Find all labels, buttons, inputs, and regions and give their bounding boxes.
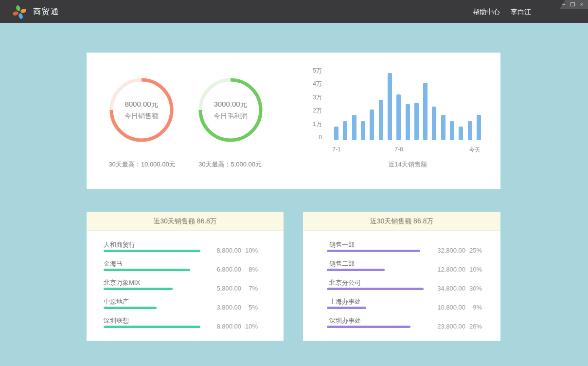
app-window: 商贸通 帮助中心 李白江 × 8000.00元 今日销售额 30天最高：10,0… (0, 0, 588, 366)
item-percent: 7% (241, 285, 258, 292)
item-bar (104, 288, 173, 290)
x-axis-label-mid: 7-8 (392, 146, 406, 153)
department-card-title: 近30天销售额 86.8万 (303, 212, 500, 231)
item-name: 销售一部 (329, 240, 355, 249)
customer-rank-list: 人和商贸行 8,800.00 10% 金海马 6,800.00 8% 北京万象M… (104, 231, 258, 330)
username-menu[interactable]: 李白江 (511, 8, 531, 17)
customer-sales-card: 近30天销售额 86.8万 人和商贸行 8,800.00 10% 金海马 6,8… (87, 212, 284, 341)
list-item: 销售一部 32,800.00 25% (327, 236, 482, 255)
item-bar (104, 250, 200, 252)
today-sales-label: 今日销售额 (125, 112, 159, 121)
item-name: 中原地产 (104, 297, 129, 306)
item-amount: 5,800.00 (216, 285, 241, 292)
bar (334, 127, 339, 140)
list-item: 上海办事处 10,800.00 9% (327, 293, 482, 311)
app-title: 商贸通 (33, 7, 59, 17)
titlebar-menu: 帮助中心 李白江 (473, 8, 531, 17)
item-name: 北京分公司 (329, 278, 361, 287)
item-value: 23,800.00 26% (437, 323, 482, 330)
item-percent: 30% (465, 285, 482, 292)
close-button[interactable]: × (579, 2, 584, 7)
item-amount: 10,800.00 (437, 304, 465, 311)
y-axis-tick: 5万 (278, 67, 322, 74)
item-percent: 5% (241, 304, 258, 311)
donut-center-text: 8000.00元 今日销售额 (109, 78, 174, 142)
today-sales-donut: 8000.00元 今日销售额 (109, 78, 174, 142)
item-value: 32,800.00 25% (437, 247, 482, 254)
item-value: 6,800.00 8% (216, 266, 258, 273)
sales-30d-max: 30天最高：10,000.00元 (93, 160, 191, 169)
bar (361, 121, 365, 140)
item-bar (327, 269, 385, 271)
y-axis-tick: 3万 (278, 93, 322, 101)
item-name: 深圳办事处 (329, 316, 361, 325)
item-bar (104, 326, 200, 328)
titlebar: 商贸通 帮助中心 李白江 × (0, 0, 588, 23)
x-axis-label-today: 今天 (467, 146, 481, 154)
item-amount: 12,800.00 (437, 266, 465, 273)
item-amount: 8,800.00 (216, 247, 241, 254)
bar (388, 73, 392, 140)
item-amount: 34,800.00 (437, 285, 465, 292)
bar (396, 94, 401, 140)
item-name: 金海马 (104, 259, 123, 268)
item-value: 3,800.00 5% (216, 304, 258, 311)
window-controls: × (560, 0, 588, 9)
x-axis-label-start: 7-1 (330, 146, 343, 153)
bar (423, 83, 428, 140)
y-axis-tick: 2万 (278, 107, 322, 114)
bar (468, 121, 472, 140)
item-value: 5,800.00 7% (216, 285, 258, 292)
item-amount: 6,800.00 (216, 266, 241, 273)
today-profit-value: 3000.00元 (214, 100, 247, 109)
today-profit-donut: 3000.00元 今日毛利润 (198, 78, 263, 142)
list-item: 中原地产 3,800.00 5% (104, 293, 258, 311)
item-percent: 10% (465, 266, 482, 273)
item-value: 34,800.00 30% (437, 285, 482, 292)
list-item: 金海马 6,800.00 8% (104, 255, 258, 274)
item-amount: 23,800.00 (437, 323, 465, 330)
maximize-icon (570, 2, 575, 6)
list-item: 北京分公司 34,800.00 30% (327, 274, 482, 293)
item-percent: 10% (241, 323, 258, 330)
list-item: 深圳联想 8,800.00 10% (104, 311, 258, 330)
list-item: 人和商贸行 8,800.00 10% (104, 236, 258, 255)
item-value: 8,800.00 10% (216, 323, 258, 330)
y-axis-tick: 0 (278, 133, 322, 141)
item-percent: 9% (465, 304, 482, 311)
item-name: 深圳联想 (104, 316, 129, 325)
minimize-button[interactable] (561, 2, 566, 7)
item-bar (327, 307, 366, 309)
bar (406, 104, 410, 140)
item-amount: 3,800.00 (216, 304, 241, 311)
donut-center-text: 3000.00元 今日毛利润 (198, 78, 263, 142)
profit-30d-max: 30天最高：5,000.00元 (181, 160, 279, 169)
close-icon: × (580, 2, 583, 7)
bar-chart-bars (334, 67, 481, 140)
item-amount: 8,800.00 (216, 323, 241, 330)
bar-chart-caption: 近14天销售额 (359, 160, 456, 169)
bar (477, 115, 481, 140)
item-bar (327, 326, 410, 328)
today-profit-label: 今日毛利润 (214, 112, 248, 121)
item-amount: 32,800.00 (437, 247, 465, 254)
bar (441, 115, 445, 140)
item-bar (327, 250, 420, 252)
item-percent: 8% (241, 266, 258, 273)
item-name: 北京万象MIX (104, 278, 140, 287)
item-name: 上海办事处 (329, 297, 361, 306)
bar (432, 107, 436, 140)
bar (352, 115, 356, 140)
department-sales-card: 近30天销售额 86.8万 销售一部 32,800.00 25% 销售二部 12… (303, 212, 500, 341)
y-axis-tick: 4万 (278, 80, 322, 88)
bar (450, 121, 454, 140)
bar (414, 103, 419, 140)
item-bar (104, 307, 157, 309)
maximize-button[interactable] (570, 2, 575, 7)
help-center-link[interactable]: 帮助中心 (473, 8, 500, 17)
department-rank-list: 销售一部 32,800.00 25% 销售二部 12,800.00 10% 北京… (327, 231, 482, 330)
y-axis-tick: 1万 (278, 120, 322, 128)
item-percent: 10% (241, 247, 258, 254)
item-bar (327, 288, 424, 290)
app-logo-pinwheel-icon (12, 4, 27, 19)
